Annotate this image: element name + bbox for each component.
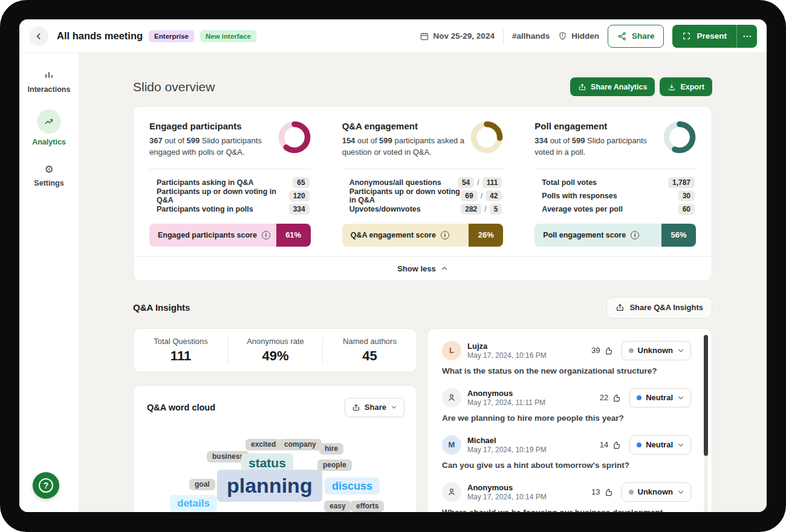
visibility-status[interactable]: Hidden: [558, 31, 599, 41]
download-icon: [667, 83, 676, 91]
sidebar-item-analytics[interactable]: Analytics: [32, 109, 66, 146]
event-dates[interactable]: Nov 25-29, 2024: [420, 31, 495, 41]
upvote-count: 39: [591, 346, 612, 355]
engaged-score-row: Engaged participants scorei 61%: [149, 224, 311, 247]
person-icon: [446, 392, 457, 403]
chevron-down-icon: [677, 488, 684, 496]
poll-donut-chart: [663, 121, 696, 154]
card-description: 154 out of 599 participants asked a ques…: [342, 135, 465, 158]
avatar: L: [442, 341, 461, 360]
new-interface-badge: New interface: [200, 30, 256, 42]
export-button[interactable]: Export: [660, 77, 712, 96]
sentiment-dropdown[interactable]: Unknown: [622, 482, 692, 502]
sidebar: Interactions Analytics ⚙ Settings ?: [19, 53, 79, 512]
event-hashtag: #allhands: [512, 31, 550, 41]
stat-total-questions: Total Questions 111: [134, 337, 228, 364]
shield-icon: [558, 31, 567, 41]
present-button-label: Present: [697, 31, 727, 41]
sentiment-dropdown[interactable]: Unknown: [622, 341, 692, 360]
upvote-count: 14: [600, 440, 621, 450]
back-button[interactable]: [29, 27, 48, 46]
show-less-button[interactable]: Show less: [134, 256, 712, 281]
question-text: What is the status on the new organizati…: [442, 366, 691, 375]
author-name: Anonymous: [467, 389, 545, 398]
gear-icon: ⚙: [44, 164, 53, 175]
share-qa-insights-button[interactable]: Share Q&A Insights: [606, 297, 712, 319]
show-less-label: Show less: [397, 264, 436, 273]
question-item: LLujzaMay 17, 2024, 10:16 PM39UnknownWha…: [442, 341, 691, 375]
stat-row: Participants up or down voting in Q&A120: [157, 189, 310, 203]
word-cloud-word-discuss: discuss: [325, 478, 380, 495]
qa-questions-card: LLujzaMay 17, 2024, 10:16 PM39UnknownWha…: [427, 328, 712, 512]
avatar: [442, 388, 461, 407]
score-label: Poll engagement score: [543, 231, 626, 239]
share-analytics-label: Share Analytics: [591, 83, 647, 91]
info-icon[interactable]: i: [441, 231, 449, 239]
calendar-icon: [420, 31, 429, 41]
thumbs-up-icon: [603, 346, 613, 355]
sidebar-item-settings[interactable]: ⚙ Settings: [34, 164, 63, 187]
question-timestamp: May 17, 2024, 10:14 PM: [467, 493, 547, 501]
share-analytics-button[interactable]: Share Analytics: [570, 77, 655, 96]
present-more-button[interactable]: ⋯: [736, 25, 757, 48]
score-value: 26%: [469, 224, 503, 247]
avatar: [442, 482, 461, 502]
event-title: All hands meeting: [57, 30, 143, 42]
enterprise-badge: Enterprise: [149, 30, 194, 42]
info-icon[interactable]: i: [631, 231, 639, 239]
export-label: Export: [680, 83, 704, 91]
stat-row: Upvotes/downvotes282/5: [349, 203, 502, 216]
share-up-icon: [615, 303, 625, 312]
stat-named-authors: Named authors 45: [322, 337, 417, 364]
question-text: Can you give us a hint about tomorrow's …: [442, 461, 691, 470]
score-value: 61%: [276, 224, 311, 247]
device-frame: All hands meeting Enterprise New interfa…: [0, 0, 786, 532]
app-window: All hands meeting Enterprise New interfa…: [19, 19, 767, 512]
sentiment-dropdown[interactable]: Neutral: [629, 435, 691, 455]
date-range-label: Nov 25-29, 2024: [434, 31, 495, 41]
engaged-donut-chart: [278, 121, 311, 154]
info-icon[interactable]: i: [262, 231, 270, 239]
bar-chart-icon: [43, 69, 55, 81]
trend-up-icon: [44, 116, 54, 127]
poll-engagement-card: Poll engagement 334 out of 599 Slido par…: [519, 121, 712, 247]
question-item: AnonymousMay 17, 2024, 11:11 PM22Neutral…: [442, 388, 691, 423]
thumbs-up-icon: [611, 393, 621, 403]
card-title: Engaged participants: [149, 121, 272, 131]
question-timestamp: May 17, 2024, 11:11 PM: [467, 398, 545, 407]
share-button[interactable]: Share: [608, 25, 664, 48]
question-item: AnonymousMay 17, 2024, 10:14 PM13Unknown…: [442, 482, 691, 512]
qa-score-row: Q&A engagement scorei 26%: [342, 224, 504, 247]
upvote-count: 22: [600, 393, 621, 403]
header-actions: Nov 25-29, 2024 #allhands Hidden Share P…: [420, 25, 757, 48]
question-text: Where should we be focusing our business…: [442, 508, 691, 512]
stat-anonymous-rate: Anonymous rate 49%: [228, 337, 322, 364]
main-content: Slido overview Share Analytics Export: [79, 53, 767, 512]
present-button[interactable]: Present: [672, 25, 736, 48]
overview-actions: Share Analytics Export: [570, 77, 712, 96]
card-title: Poll engagement: [534, 121, 657, 131]
sidebar-item-interactions[interactable]: Interactions: [28, 69, 71, 94]
chevron-down-icon: [677, 441, 684, 449]
app-body: Interactions Analytics ⚙ Settings ?: [19, 53, 767, 512]
share-button-label: Share: [632, 31, 655, 41]
author-name: Anonymous: [467, 483, 547, 492]
word-cloud-word-company: company: [279, 439, 322, 451]
scrollbar-thumb[interactable]: [704, 335, 708, 456]
help-button[interactable]: ?: [33, 472, 59, 499]
question-item: MMichaelMay 17, 2024, 10:19 PM14NeutralC…: [442, 435, 691, 470]
score-label: Q&A engagement score: [351, 231, 436, 239]
chevron-down-icon: [677, 347, 684, 354]
score-label: Engaged participants score: [158, 231, 257, 239]
upvote-count: 13: [591, 487, 612, 497]
sentiment-dropdown[interactable]: Neutral: [629, 388, 691, 407]
question-mark-icon: ?: [39, 478, 53, 493]
author-name: Lujza: [467, 342, 547, 351]
poll-score-row: Poll engagement scorei 56%: [534, 224, 696, 247]
word-cloud-word-easy: easy: [324, 501, 351, 512]
sentiment-label: Neutral: [646, 393, 673, 402]
word-cloud-word-excited: excited: [245, 439, 281, 451]
card-description: 334 out of 599 Slido participants voted …: [534, 135, 657, 158]
visibility-label: Hidden: [571, 31, 599, 41]
analytics-icon-circle: [37, 109, 61, 134]
